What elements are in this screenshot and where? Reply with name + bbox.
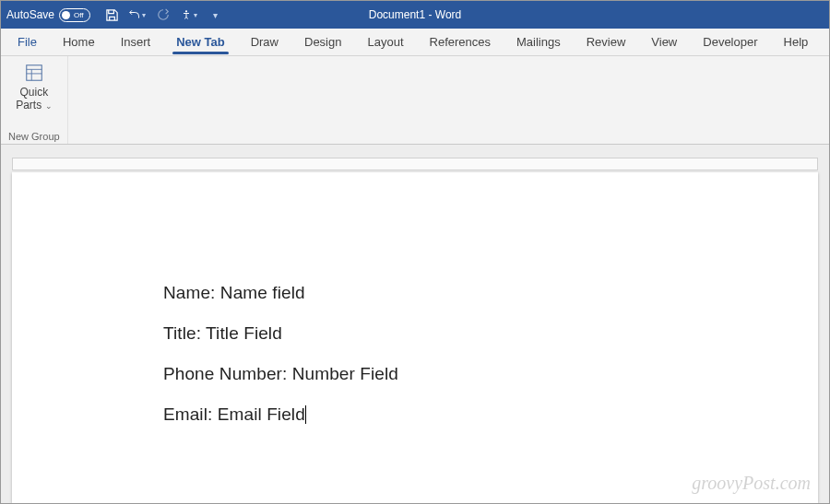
autosave-state: Off [74,11,84,19]
window-title: Document1 - Word [369,8,461,21]
chevron-down-icon: ▾ [194,11,197,19]
redo-icon[interactable] [155,6,172,23]
ribbon-body: Quick Parts ⌄ New Group [1,56,829,145]
autosave-toggle[interactable]: Off [59,8,90,22]
chevron-down-icon: ▾ [142,11,146,19]
document-line: Phone Number: Number Field [163,364,818,384]
quick-parts-icon [23,62,45,84]
title-bar: AutoSave Off ▾ ▾ ▾ Document1 - Word [1,1,829,29]
tab-view[interactable]: View [638,29,690,56]
undo-icon[interactable]: ▾ [129,6,146,23]
document-page[interactable]: Name: Name field Title: Title Field Phon… [12,172,818,503]
accessibility-icon[interactable]: ▾ [181,6,197,23]
autosave-label: AutoSave [6,8,54,21]
tab-developer[interactable]: Developer [690,29,770,56]
tab-references[interactable]: References [417,29,504,56]
ribbon-tabs: File Home Insert New Tab Draw Design Lay… [1,29,829,56]
horizontal-ruler[interactable] [12,158,818,170]
toggle-knob [62,11,70,19]
tab-insert[interactable]: Insert [108,29,164,56]
tab-new-tab[interactable]: New Tab [163,29,238,56]
document-line: Title: Title Field [163,323,818,344]
ribbon-group-label: New Group [8,131,60,144]
svg-rect-1 [27,65,42,81]
tab-layout[interactable]: Layout [354,29,416,56]
document-line: Name: Name field [163,283,818,303]
ribbon-group-new-group: Quick Parts ⌄ New Group [1,56,68,144]
text-cursor [305,405,306,424]
tab-home[interactable]: Home [50,29,108,56]
quick-parts-label: Quick Parts ⌄ [16,86,52,112]
chevron-down-icon: ⌄ [45,101,53,111]
tab-file[interactable]: File [5,29,50,56]
document-line: Email: Email Field [163,404,818,425]
tab-draw[interactable]: Draw [238,29,291,56]
tab-mailings[interactable]: Mailings [504,29,574,56]
quick-parts-button[interactable]: Quick Parts ⌄ [8,60,60,114]
quick-access-toolbar: ▾ ▾ ▾ [103,6,223,23]
svg-point-0 [185,10,187,12]
customize-qat-icon[interactable]: ▾ [207,6,223,23]
save-icon[interactable] [103,6,120,23]
document-area: Name: Name field Title: Title Field Phon… [1,145,829,503]
autosave-control[interactable]: AutoSave Off [6,8,90,22]
tab-review[interactable]: Review [574,29,639,56]
tab-design[interactable]: Design [291,29,354,56]
tab-help[interactable]: Help [771,29,822,56]
